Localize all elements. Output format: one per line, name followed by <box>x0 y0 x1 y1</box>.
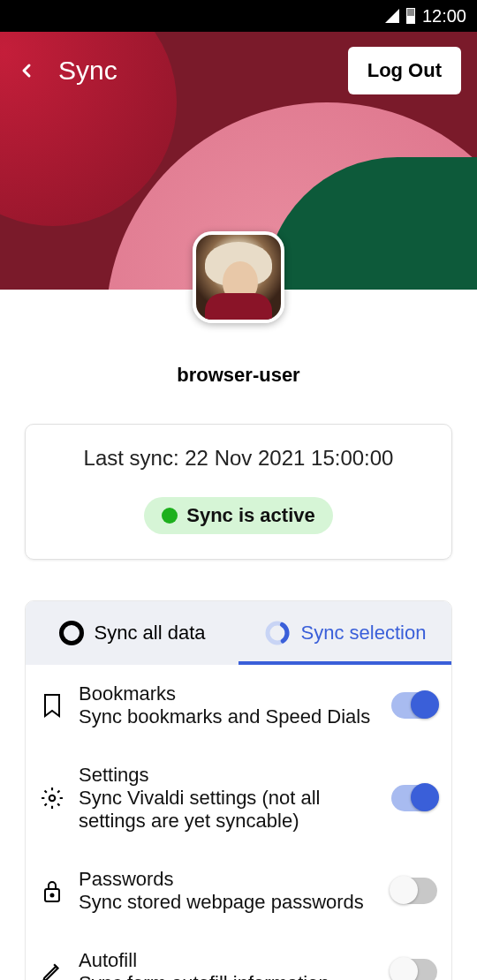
list-item-autofill[interactable]: Autofill Sync form autofill information <box>26 931 451 980</box>
bookmark-icon <box>40 693 64 718</box>
status-dot-icon <box>162 508 178 524</box>
circle-partial-icon <box>264 620 291 646</box>
svg-point-2 <box>49 795 56 802</box>
item-subtitle: Sync stored webpage passwords <box>79 891 377 914</box>
status-bar: 12:00 <box>0 0 477 32</box>
toggle-autofill[interactable] <box>391 959 437 980</box>
item-title: Settings <box>79 764 377 787</box>
tab-label: Sync selection <box>301 622 427 645</box>
pencil-icon <box>40 961 64 980</box>
item-subtitle: Sync form autofill information <box>79 972 377 980</box>
item-title: Bookmarks <box>79 682 377 705</box>
back-icon[interactable] <box>16 60 37 81</box>
sync-mode-tabs: Sync all data Sync selection <box>26 601 451 665</box>
list-item-settings[interactable]: Settings Sync Vivaldi settings (not all … <box>26 746 451 850</box>
battery-icon <box>406 8 415 24</box>
list-item-bookmarks[interactable]: Bookmarks Sync bookmarks and Speed Dials <box>26 665 451 746</box>
status-time: 12:00 <box>422 6 466 26</box>
sync-active-label: Sync is active <box>186 504 315 527</box>
avatar[interactable] <box>193 231 284 323</box>
sync-items-list: Bookmarks Sync bookmarks and Speed Dials… <box>26 665 451 980</box>
signal-icon <box>385 9 399 23</box>
item-subtitle: Sync bookmarks and Speed Dials <box>79 705 377 728</box>
logout-button[interactable]: Log Out <box>348 47 461 94</box>
svg-point-4 <box>51 894 54 897</box>
username-label: browser-user <box>0 364 477 387</box>
tab-sync-selection[interactable]: Sync selection <box>238 601 451 665</box>
gear-icon <box>40 787 64 810</box>
toggle-bookmarks[interactable] <box>391 692 437 719</box>
toggle-passwords[interactable] <box>391 878 437 904</box>
sync-status-card: Last sync: 22 Nov 2021 15:00:00 Sync is … <box>25 424 452 560</box>
sync-active-badge: Sync is active <box>144 497 333 534</box>
list-item-passwords[interactable]: Passwords Sync stored webpage passwords <box>26 850 451 931</box>
last-sync-text: Last sync: 22 Nov 2021 15:00:00 <box>42 446 435 471</box>
toggle-settings[interactable] <box>391 785 437 811</box>
item-title: Autofill <box>79 949 377 972</box>
circle-full-icon <box>59 621 84 645</box>
page-title: Sync <box>58 56 348 86</box>
lock-icon <box>40 878 64 903</box>
tab-sync-all[interactable]: Sync all data <box>26 601 238 665</box>
tab-label: Sync all data <box>95 622 206 645</box>
sync-options-panel: Sync all data Sync selection Bookmarks S… <box>25 600 452 980</box>
item-title: Passwords <box>79 868 377 891</box>
item-subtitle: Sync Vivaldi settings (not all settings … <box>79 787 377 833</box>
